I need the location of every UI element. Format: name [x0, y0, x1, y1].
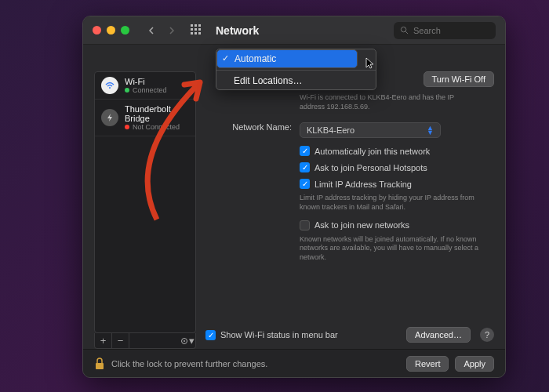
dropdown-separator [216, 70, 376, 71]
network-name: Thunderbolt Bridge [125, 104, 189, 123]
sidebar-item-thunderbolt[interactable]: Thunderbolt Bridge Not Connected [95, 100, 195, 136]
window-title: Network [216, 24, 259, 37]
titlebar: Network Search [83, 16, 505, 45]
advanced-button[interactable]: Advanced… [406, 327, 471, 343]
checkbox-checked-icon: ✓ [300, 179, 310, 189]
auto-join-checkbox-row[interactable]: ✓ Automatically join this network [300, 146, 494, 156]
back-button[interactable] [144, 23, 159, 38]
footer: Click the lock to prevent further change… [83, 349, 505, 377]
show-menubar-checkbox-label[interactable]: Show Wi-Fi status in menu bar [220, 330, 338, 339]
location-dropdown: ✓ Automatic Edit Locations… [216, 49, 376, 90]
ask-hotspot-checkbox-row[interactable]: ✓ Ask to join Personal Hotspots [300, 162, 494, 172]
network-options-button[interactable]: ▾ [178, 333, 195, 348]
turn-wifi-off-button[interactable]: Turn Wi-Fi Off [424, 71, 494, 87]
remove-network-button[interactable]: − [112, 333, 129, 348]
lock-icon[interactable] [94, 357, 105, 371]
search-icon [400, 26, 409, 34]
search-field[interactable]: Search [394, 22, 496, 39]
svg-point-0 [401, 27, 405, 31]
ask-new-help-text: Known networks will be joined automatica… [300, 235, 480, 263]
sidebar-item-wifi[interactable]: Wi-Fi Connected [95, 72, 195, 100]
network-list: Wi-Fi Connected Thunderbolt Bridge Not C… [94, 71, 196, 333]
ask-new-checkbox-row[interactable]: Ask to join new networks [300, 220, 494, 230]
main-panel: Status: Connected Turn Wi-Fi Off Wi-Fi i… [205, 71, 494, 349]
lock-text: Click the lock to prevent further change… [111, 359, 400, 368]
chevron-updown-icon: ▲▼ [427, 125, 434, 135]
traffic-lights [93, 26, 129, 34]
close-button[interactable] [93, 26, 101, 34]
minimize-button[interactable] [107, 26, 115, 34]
location-option-edit[interactable]: Edit Locations… [216, 72, 376, 89]
limit-ip-checkbox-row[interactable]: ✓ Limit IP Address Tracking [300, 179, 494, 189]
checkbox-checked-icon: ✓ [205, 330, 216, 340]
checkbox-checked-icon: ✓ [300, 162, 310, 172]
apply-button[interactable]: Apply [455, 356, 494, 372]
svg-point-4 [184, 340, 185, 342]
checkbox-unchecked-icon [300, 220, 310, 230]
checkmark-icon: ✓ [222, 53, 229, 64]
search-placeholder: Search [413, 26, 441, 35]
network-name-label: Network Name: [205, 122, 292, 138]
svg-point-2 [109, 87, 111, 89]
add-network-button[interactable]: + [95, 333, 112, 348]
wifi-icon [101, 77, 118, 94]
thunderbolt-icon [101, 109, 118, 126]
forward-button[interactable] [164, 23, 180, 38]
network-sidebar: Wi-Fi Connected Thunderbolt Bridge Not C… [94, 71, 196, 349]
checkbox-checked-icon: ✓ [300, 146, 310, 156]
network-name-select[interactable]: KLKB4-Eero ▲▼ [300, 122, 441, 138]
svg-line-1 [405, 31, 408, 34]
help-button[interactable]: ? [480, 328, 494, 342]
revert-button[interactable]: Revert [406, 356, 449, 372]
mouse-cursor-icon [365, 56, 377, 69]
show-all-icon[interactable] [191, 24, 203, 37]
list-toolbar: + − ▾ [94, 333, 196, 349]
limit-ip-help-text: Limit IP address tracking by hiding your… [300, 194, 480, 212]
network-name: Wi-Fi [125, 77, 167, 86]
status-dot-icon [125, 88, 129, 93]
status-help-text: Wi-Fi is connected to KLKB4-Eero and has… [300, 93, 480, 111]
status-dot-icon [125, 125, 129, 129]
svg-rect-5 [96, 363, 104, 369]
location-option-automatic[interactable]: ✓ Automatic [216, 49, 358, 68]
zoom-button[interactable] [121, 26, 129, 34]
